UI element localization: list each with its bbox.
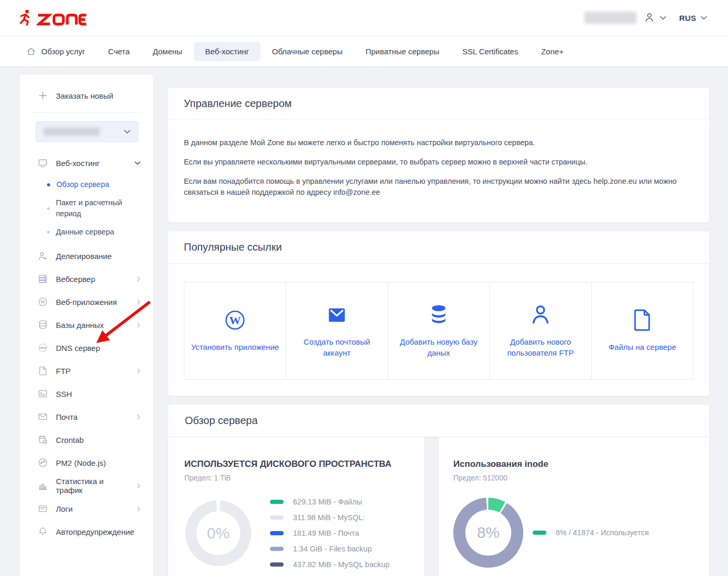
nav-item-private-servers[interactable]: Приватные серверы: [354, 42, 451, 61]
bar-chart-icon: [38, 480, 48, 491]
user-icon: [529, 303, 552, 326]
sidebar-group-webhosting[interactable]: Веб-хостинг: [20, 151, 153, 174]
popular-link-add-database[interactable]: Добавить новую базу даных: [388, 283, 490, 379]
sidebar-item-dns-server[interactable]: DNS DNS сервер: [20, 336, 153, 359]
paragraph: Если вы управляете несколькими виртуальн…: [184, 157, 694, 168]
database-icon: [38, 320, 48, 330]
chevron-right-icon: [137, 506, 140, 512]
bullet-icon: [47, 231, 50, 233]
popular-link-server-files[interactable]: Файлы на сервере: [592, 283, 693, 379]
nav-item-webhosting[interactable]: Веб-хостинг: [194, 42, 261, 61]
zone-runner-icon: [19, 9, 32, 27]
main-nav: Обзор услуг Счета Домены Веб-хостинг Обл…: [0, 36, 728, 66]
plus-icon: [38, 90, 48, 101]
inode-usage-panel: Использования inode Предел: 512000 8% 8%…: [439, 437, 709, 576]
file-icon: [632, 309, 653, 332]
legend-swatch: [270, 531, 284, 535]
monitor-icon: [38, 158, 48, 168]
pm2-icon: [38, 457, 48, 468]
user-plus-icon: [38, 251, 48, 261]
legend-swatch: [270, 562, 284, 567]
disk-usage-legend: 629.13 MiB - Файлы 311.98 MiB - MySQL: 1…: [270, 498, 390, 569]
nav-item-invoices[interactable]: Счета: [97, 42, 141, 61]
card-title: Обзор сервера: [168, 405, 709, 437]
server-icon: [38, 274, 48, 284]
archive-icon: [38, 503, 48, 514]
app-header: RUS: [0, 0, 728, 36]
sidebar-item-mail[interactable]: Почта: [20, 405, 153, 428]
paragraph: В данном разделе Мой Zone вы можете легк…: [184, 137, 694, 149]
sidebar-subitem-server-overview[interactable]: Обзор сервера: [20, 175, 153, 194]
server-management-card: Управление сервером В данном разделе Мой…: [168, 88, 709, 222]
sidebar-item-ssh[interactable]: SSH SSH: [20, 382, 153, 405]
popular-link-create-mail[interactable]: Создать почтовый аккаунт: [286, 283, 388, 379]
inode-usage-donut-chart: 8%: [453, 498, 523, 568]
divider: [32, 112, 142, 113]
sidebar-item-databases[interactable]: Базы данных: [20, 313, 153, 336]
svg-text:SSH: SSH: [40, 394, 45, 396]
chevron-right-icon: [137, 299, 140, 305]
bullet-icon: [47, 207, 50, 210]
legend-swatch: [270, 515, 284, 520]
main-content: Управление сервером В данном разделе Мой…: [168, 88, 709, 576]
svg-text:DNS: DNS: [40, 346, 46, 349]
chevron-down-icon: [135, 161, 140, 165]
calendar-clock-icon: [38, 434, 48, 445]
chevron-right-icon: [137, 414, 140, 420]
masked-server-name: [43, 127, 100, 136]
sidebar-item-logs[interactable]: Логи: [20, 497, 153, 520]
sidebar-server-select[interactable]: [36, 121, 138, 142]
sidebar: Заказать новый Веб-хостинг Обзор сервера…: [20, 75, 153, 576]
file-icon: [38, 366, 48, 376]
disk-usage-panel: ИСПОЛЬЗУЕТСЯ ДИСКОВОГО ПРОСТРАНСТВА Пред…: [168, 437, 424, 576]
database-icon: [428, 303, 450, 326]
disk-usage-heading: ИСПОЛЬЗУЕТСЯ ДИСКОВОГО ПРОСТРАНСТВА: [184, 459, 409, 469]
sidebar-item-crontab[interactable]: Crontab: [20, 428, 153, 451]
user-icon: [644, 12, 655, 23]
chevron-right-icon: [137, 368, 140, 374]
nav-item-ssl-certificates[interactable]: SSL Certificates: [451, 42, 530, 61]
popular-link-install-app[interactable]: W Установить приложение: [184, 283, 286, 379]
legend-item-mail: 181.49 MiB - Почта: [270, 529, 390, 537]
nav-item-cloud-servers[interactable]: Облачные серверы: [261, 42, 354, 61]
sidebar-item-webserver[interactable]: Вебсервер: [20, 267, 153, 290]
chevron-right-icon: [137, 322, 140, 328]
inode-usage-heading: Использования inode: [453, 459, 695, 469]
sidebar-item-delegation[interactable]: Делегирование: [20, 244, 153, 267]
svg-text:W: W: [41, 299, 45, 304]
nav-item-domains[interactable]: Домены: [141, 42, 193, 61]
mail-icon: [326, 303, 348, 326]
disk-usage-donut-chart: 0%: [185, 500, 251, 566]
zone-wordmark: [37, 13, 88, 27]
svg-text:W: W: [229, 314, 241, 327]
sidebar-subitem-package-period[interactable]: Пакет и расчетный период: [20, 194, 153, 223]
server-management-text: В данном разделе Мой Zone вы можете легк…: [168, 120, 709, 222]
sidebar-item-pm2[interactable]: PM2 (Node.js): [20, 451, 153, 474]
sidebar-order-new-button[interactable]: Заказать новый: [20, 86, 153, 105]
dns-globe-icon: DNS: [38, 343, 48, 353]
inode-usage-legend: 8% / 41874 - Используется: [533, 528, 649, 537]
legend-item-mysql-backup: 437.82 MiB - MySQL backup: [270, 560, 390, 569]
sidebar-item-stats-traffic[interactable]: Статистика и трафик: [20, 474, 153, 497]
chevron-down-icon: [700, 16, 707, 20]
disk-usage-percent: 0%: [185, 500, 251, 566]
popular-links-card: Популярные ссылки W Установить приложени…: [168, 231, 709, 396]
chevron-down-icon: [124, 130, 131, 134]
sidebar-item-ftp[interactable]: FTP: [20, 359, 153, 382]
sidebar-item-web-apps[interactable]: W Веб-приложения: [20, 290, 153, 313]
sidebar-subitem-server-data[interactable]: Данные сервера: [20, 223, 153, 241]
language-selector[interactable]: RUS: [679, 14, 707, 22]
chevron-right-icon: [137, 483, 140, 489]
card-title: Популярные ссылки: [168, 231, 709, 264]
nav-item-services-overview[interactable]: Обзор услуг: [15, 41, 97, 62]
sidebar-item-autowarning[interactable]: Автопредупреждение: [20, 520, 153, 543]
zone-logo[interactable]: [19, 9, 88, 27]
wordpress-icon: W: [224, 309, 246, 332]
server-overview-card: Обзор сервера ИСПОЛЬЗУЕТСЯ ДИСКОВОГО ПРО…: [168, 405, 709, 576]
legend-item-files-backup: 1.34 GiB - Files backup: [270, 545, 390, 553]
legend-swatch: [270, 547, 284, 551]
user-menu[interactable]: [644, 12, 666, 23]
chevron-down-icon: [660, 16, 666, 20]
nav-item-zone-plus[interactable]: Zone+: [530, 42, 575, 61]
popular-link-add-ftp-user[interactable]: Добавить нового пользователя FTP: [490, 283, 592, 379]
